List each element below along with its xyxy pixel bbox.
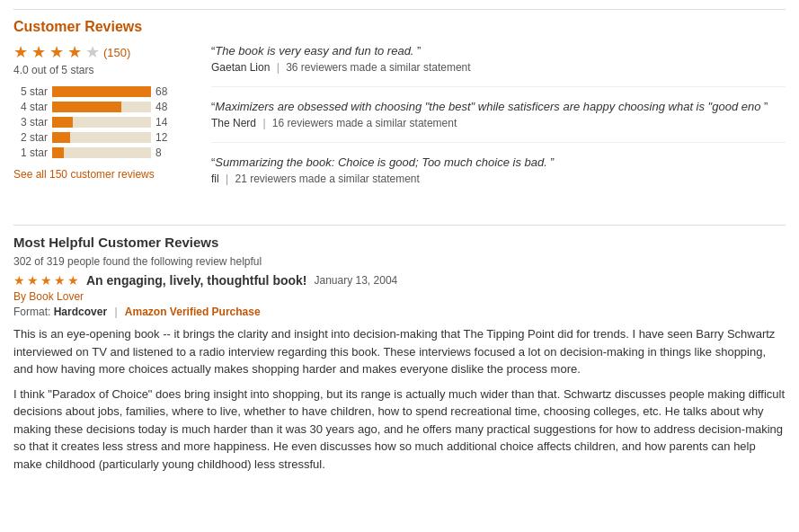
bar-label-4: 4 star: [13, 101, 48, 113]
bar-fill-5: [52, 86, 151, 97]
bar-label-2: 2 star: [13, 131, 48, 144]
bar-row-5star: 5 star 68: [13, 85, 193, 98]
rev-star-5: ★: [67, 274, 79, 287]
quote-block-1: The book is very easy and fun to read. G…: [211, 44, 786, 87]
review-format: Format: Hardcover | Amazon Verified Purc…: [13, 306, 786, 318]
helpful-section-title: Most Helpful Customer Reviews: [13, 235, 786, 250]
bar-fill-4: [52, 102, 121, 112]
star-1: ★: [13, 44, 28, 60]
rev-star-2: ★: [27, 274, 39, 287]
by-label: By: [13, 290, 26, 303]
reviewer-name-2: The Nerd: [211, 117, 256, 129]
left-panel: ★ ★ ★ ★ ★ (150) 4.0 out of 5 stars 5 sta…: [13, 44, 193, 210]
quotes-panel: The book is very easy and fun to read. G…: [211, 44, 786, 210]
format-pipe: |: [114, 306, 120, 318]
bar-row-4star: 4 star 48: [13, 101, 193, 113]
bar-count-1: 8: [155, 146, 173, 159]
quote-meta-2: The Nerd | 16 reviewers made a similar s…: [211, 117, 786, 129]
quote-meta-3: fil | 21 reviewers made a similar statem…: [211, 173, 786, 185]
review-count[interactable]: (150): [103, 46, 130, 59]
reviewer-name-1: Gaetan Lion: [211, 61, 270, 74]
section-title: Customer Reviews: [13, 9, 786, 35]
rev-star-4: ★: [54, 274, 66, 287]
rating-text: 4.0 out of 5 stars: [13, 64, 193, 76]
separator-1: |: [277, 61, 282, 74]
review-date: January 13, 2004: [315, 274, 398, 287]
star-rating-row: ★ ★ ★ ★ ★ (150): [13, 44, 193, 60]
star-4: ★: [67, 44, 82, 60]
see-all-reviews-link[interactable]: See all 150 customer reviews: [13, 168, 193, 181]
reviewer-name-3: fil: [211, 173, 219, 185]
format-value: Hardcover: [54, 306, 107, 318]
rev-star-1: ★: [13, 274, 25, 287]
reviewer-username[interactable]: Book Lover: [29, 290, 84, 303]
review-stars: ★ ★ ★ ★ ★: [13, 274, 79, 287]
star-3: ★: [49, 44, 64, 60]
bar-track-2: [52, 132, 151, 143]
bar-track-1: [52, 147, 151, 158]
bar-row-2star: 2 star 12: [13, 131, 193, 144]
bar-row-3star: 3 star 14: [13, 116, 193, 129]
review-body-1: This is an eye-opening book -- it brings…: [13, 325, 786, 378]
review-by: By Book Lover: [13, 290, 786, 303]
bar-track-5: [52, 86, 151, 97]
bar-count-5: 68: [155, 85, 173, 98]
quote-block-3: Summarizing the book: Choice is good; To…: [211, 155, 786, 198]
helpful-section: Most Helpful Customer Reviews 302 of 319…: [13, 225, 786, 473]
bar-count-4: 48: [155, 101, 173, 113]
similar-count-2: 16 reviewers made a similar statement: [272, 117, 457, 129]
rev-star-3: ★: [40, 274, 52, 287]
separator-3: |: [226, 173, 231, 185]
quote-text-1: The book is very easy and fun to read.: [211, 44, 786, 58]
helpful-count: 302 of 319 people found the following re…: [13, 255, 786, 268]
star-2: ★: [31, 44, 46, 60]
bar-track-3: [52, 117, 151, 128]
bar-count-3: 14: [155, 116, 173, 129]
rating-bars: 5 star 68 4 star 48 3 star 14: [13, 85, 193, 159]
star-5: ★: [85, 44, 100, 60]
bar-label-5: 5 star: [13, 85, 48, 98]
bar-fill-1: [52, 147, 64, 158]
quote-block-2: Maximizers are obsessed with choosing "t…: [211, 100, 786, 143]
bar-label-1: 1 star: [13, 146, 48, 159]
quote-text-2: Maximizers are obsessed with choosing "t…: [211, 100, 786, 113]
similar-count-3: 21 reviewers made a similar statement: [235, 173, 419, 185]
bar-label-3: 3 star: [13, 116, 48, 129]
format-label: Format:: [13, 306, 50, 318]
review-header-row: ★ ★ ★ ★ ★ An engaging, lively, thoughtfu…: [13, 273, 786, 288]
review-body-2: I think "Paradox of Choice" does bring i…: [13, 386, 786, 474]
quote-text-3: Summarizing the book: Choice is good; To…: [211, 155, 786, 169]
bar-count-2: 12: [155, 131, 173, 144]
bar-track-4: [52, 102, 151, 112]
bar-fill-2: [52, 132, 70, 143]
separator-2: |: [262, 117, 268, 129]
bar-fill-3: [52, 117, 73, 128]
quote-meta-1: Gaetan Lion | 36 reviewers made a simila…: [211, 61, 786, 74]
verified-purchase: Amazon Verified Purchase: [125, 306, 261, 318]
review-title: An engaging, lively, thoughtful book!: [86, 273, 307, 288]
similar-count-1: 36 reviewers made a similar statement: [286, 61, 470, 74]
bar-row-1star: 1 star 8: [13, 146, 193, 159]
